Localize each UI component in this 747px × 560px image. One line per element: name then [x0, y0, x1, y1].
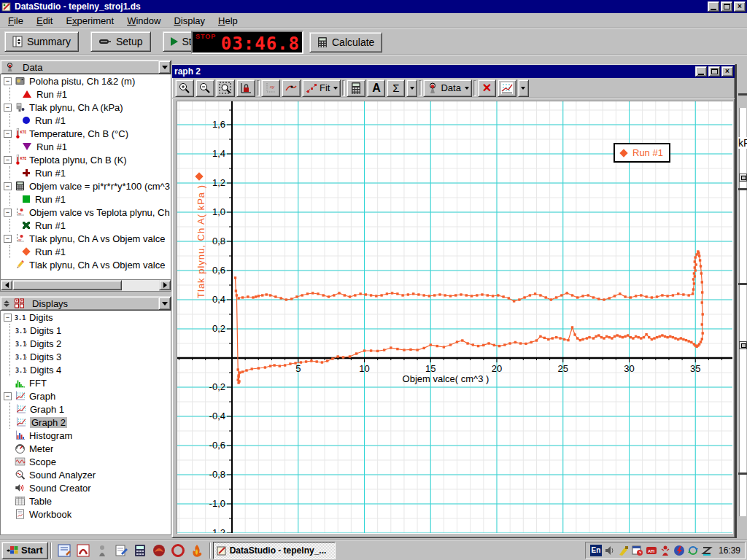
display-item-sound-analyzer[interactable]: Sound Analyzer: [1, 468, 171, 481]
display-item-table[interactable]: Table: [1, 494, 171, 508]
menu-item-experiment[interactable]: Experiment: [59, 14, 120, 28]
flame-icon[interactable]: [190, 543, 204, 558]
close-button[interactable]: ×: [734, 1, 746, 12]
graph-settings-button[interactable]: [498, 79, 516, 97]
data-item-tlak-plynu-ch-a-kpa[interactable]: Tlak plynu, Ch A (kPa): [1, 101, 171, 114]
display-item-graph[interactable]: Graph: [1, 389, 171, 402]
lock-axes-button[interactable]: [236, 79, 255, 97]
display-item-digits-3[interactable]: 3.14Digits 3: [10, 350, 171, 363]
remove-button[interactable]: ✕: [478, 79, 496, 97]
display-item-digits-4[interactable]: 3.14Digits 4: [10, 363, 171, 376]
fit-menu-button[interactable]: Fit: [302, 79, 341, 97]
zoom-in-button[interactable]: [175, 79, 194, 97]
brush-icon[interactable]: [618, 545, 630, 556]
graph-calculator-button[interactable]: [347, 79, 365, 97]
display-item-graph-2[interactable]: Graph 2: [10, 416, 171, 429]
menu-item-display[interactable]: Display: [167, 14, 212, 28]
sync-arrows-icon[interactable]: [687, 545, 699, 556]
display-item-graph-1[interactable]: Graph 1: [10, 402, 171, 416]
summary-button[interactable]: Summary: [4, 31, 79, 52]
display-item-scope[interactable]: Scope: [1, 455, 171, 468]
display-item-workbook[interactable]: Workbook: [1, 508, 171, 521]
chart-canvas[interactable]: 51015202530351,61,41,21,00,80,60,40,2-0,…: [177, 101, 732, 533]
scroll-right-arrow[interactable]: [159, 280, 171, 290]
menu-item-file[interactable]: File: [1, 14, 30, 28]
expand-box[interactable]: [4, 77, 12, 85]
expand-box[interactable]: [4, 209, 12, 217]
graph-settings-dropdown[interactable]: [518, 79, 529, 97]
graph-window-title-bar[interactable]: raph 2 ×: [172, 65, 735, 78]
display-item-digits-1[interactable]: 3.14Digits 1: [10, 324, 171, 337]
graph-close-button[interactable]: ×: [721, 66, 733, 77]
graph-minimize-button[interactable]: [695, 66, 707, 77]
run-item[interactable]: Run #1: [10, 245, 171, 258]
expand-box[interactable]: [4, 235, 12, 243]
red-figure-icon[interactable]: [659, 545, 671, 556]
legend[interactable]: Run #1: [614, 143, 670, 163]
data-panel-header[interactable]: Data: [0, 60, 171, 74]
taskbar-task-datastudio[interactable]: DataStudio - tepelny_...: [213, 542, 336, 559]
data-item-poloha-pistu-ch-1-2-m[interactable]: Poloha pistu, Ch 1&2 (m): [1, 74, 171, 88]
ati-icon[interactable]: ATI: [646, 545, 657, 556]
opera-icon[interactable]: [171, 543, 185, 558]
expand-box[interactable]: [4, 104, 12, 112]
xy-data-button[interactable]: xy: [261, 79, 280, 97]
expand-box[interactable]: [4, 392, 12, 400]
run-item[interactable]: Run #1: [10, 88, 171, 101]
lightning-icon[interactable]: [673, 545, 685, 556]
notepad-icon[interactable]: [57, 543, 71, 558]
displays-panel-header[interactable]: Displays: [0, 296, 171, 311]
run-item[interactable]: Run #1: [10, 166, 171, 179]
scroll-left-arrow[interactable]: [1, 280, 12, 290]
displays-panel-dropdown[interactable]: [158, 297, 171, 310]
menu-item-help[interactable]: Help: [212, 14, 244, 28]
statistics-button[interactable]: Σ: [387, 79, 405, 97]
start-menu-button[interactable]: Start: [1, 542, 48, 559]
minimize-button[interactable]: [708, 1, 719, 12]
setup-button[interactable]: Setup: [90, 31, 151, 52]
background-window-sliver[interactable]: kR: [735, 64, 747, 538]
run-item[interactable]: Run #1: [10, 192, 171, 206]
maximize-button[interactable]: [721, 1, 732, 12]
calculate-button[interactable]: Calculate: [309, 32, 382, 52]
expand-box[interactable]: [4, 156, 12, 164]
graph-plot[interactable]: 51015202530351,61,41,21,00,80,60,40,2-0,…: [177, 101, 733, 534]
data-panel-dropdown[interactable]: [158, 61, 171, 74]
acrobat-icon[interactable]: [76, 543, 90, 558]
data-tree-hscrollbar[interactable]: [0, 280, 171, 292]
expand-box[interactable]: [4, 314, 12, 322]
calculator-app-icon[interactable]: [133, 543, 147, 558]
scroll-thumb[interactable]: [12, 280, 122, 290]
expand-box[interactable]: [4, 182, 12, 190]
data-item-objem-valce-pi-r-r-y-100-cm-3[interactable]: Objem valce = pi*r*r*y*100 (cm^3: [1, 179, 171, 192]
compose-document-icon[interactable]: [114, 543, 128, 558]
background-window-button[interactable]: [739, 174, 747, 182]
expand-box[interactable]: [4, 130, 12, 138]
scheduler-icon[interactable]: [632, 545, 643, 556]
display-item-fft[interactable]: FFT: [1, 376, 171, 389]
statue-icon[interactable]: [95, 543, 109, 558]
data-menu-button[interactable]: Data: [423, 79, 471, 97]
display-item-digits[interactable]: 3.14Digits: [1, 311, 171, 324]
data-item-teplota-plynu-ch-b-k[interactable]: KTDTeplota plynu, Ch B (K): [1, 153, 171, 166]
modem-z-icon[interactable]: [701, 545, 713, 556]
zoom-out-button[interactable]: [196, 79, 214, 97]
volume-icon[interactable]: [604, 545, 616, 556]
run-item[interactable]: Run #1: [10, 219, 171, 232]
smart-tool-button[interactable]: [282, 79, 301, 97]
display-item-histogram[interactable]: Histogram: [1, 429, 171, 442]
run-item[interactable]: Run #1: [10, 114, 171, 127]
display-item-sound-creator[interactable]: Sound Creator: [1, 481, 171, 494]
data-item-tlak-plynu-ch-a-vs-objem-valce[interactable]: Tlak plynu, Ch A vs Objem valce: [1, 258, 171, 271]
display-item-meter[interactable]: Meter: [1, 442, 171, 455]
zoom-select-button[interactable]: [216, 79, 235, 97]
data-item-temperature-ch-b-c[interactable]: KTDTemperature, Ch B (°C): [1, 127, 171, 140]
run-item[interactable]: Run #1: [10, 140, 171, 153]
statistics-dropdown[interactable]: [406, 79, 417, 97]
graph-maximize-button[interactable]: [708, 66, 720, 77]
menu-item-window[interactable]: Window: [120, 14, 167, 28]
display-item-digits-2[interactable]: 3.14Digits 2: [10, 337, 171, 350]
data-item-objem-valce-vs-teplota-plynu-ch[interactable]: xyObjem valce vs Teplota plynu, Ch: [1, 206, 171, 219]
data-item-tlak-plynu-ch-a-vs-objem-valce[interactable]: xyTlak plynu, Ch A vs Objem valce: [1, 232, 171, 245]
scroll-track[interactable]: [122, 280, 159, 291]
